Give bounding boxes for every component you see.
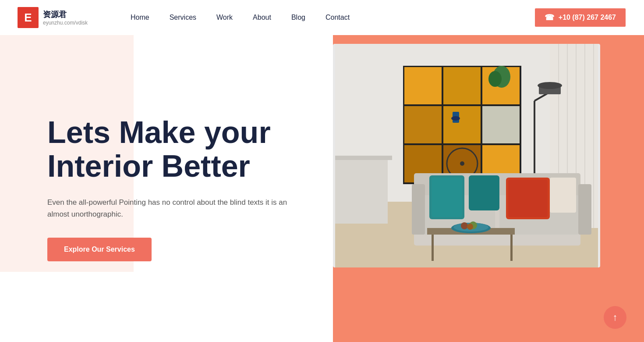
svg-point-23	[488, 71, 502, 87]
svg-rect-45	[432, 235, 434, 261]
svg-point-49	[461, 222, 468, 229]
scroll-up-icon: ↑	[613, 312, 618, 323]
svg-rect-42	[508, 180, 548, 217]
svg-rect-39	[432, 178, 462, 217]
phone-icon: ☎	[545, 13, 554, 22]
svg-rect-37	[578, 184, 591, 235]
logo-box: E	[18, 7, 39, 28]
nav-item-about[interactable]: About	[245, 10, 279, 25]
hero-image	[333, 44, 600, 267]
svg-rect-13	[404, 67, 442, 104]
svg-rect-43	[550, 178, 576, 213]
svg-rect-9	[335, 158, 388, 224]
hero-title: Lets Make your Interior Better	[47, 116, 298, 183]
svg-rect-36	[412, 184, 425, 235]
svg-rect-14	[443, 67, 481, 104]
svg-point-25	[460, 161, 464, 166]
svg-point-27	[451, 116, 460, 121]
nav-item-work[interactable]: Work	[209, 10, 241, 25]
hero-title-line1: Lets Make your	[47, 115, 271, 150]
explore-button[interactable]: Explore Our Services	[47, 238, 152, 261]
nav-item-home[interactable]: Home	[123, 10, 157, 25]
phone-number: +10 (87) 267 2467	[559, 14, 616, 21]
logo-area: E 资源君 eyunzhu.com/vdisk	[0, 7, 96, 28]
logo-subtitle: eyunzhu.com/vdisk	[43, 20, 88, 26]
scroll-to-top-button[interactable]: ↑	[604, 306, 626, 329]
svg-rect-40	[469, 175, 499, 210]
svg-rect-11	[335, 156, 392, 160]
svg-rect-16	[404, 106, 442, 143]
nav-item-blog[interactable]: Blog	[283, 10, 313, 25]
logo-title: 资源君	[43, 9, 88, 20]
hero-content: Lets Make your Interior Better Even the …	[0, 35, 333, 342]
svg-rect-18	[482, 106, 520, 143]
logo-text: 资源君 eyunzhu.com/vdisk	[43, 9, 88, 26]
svg-point-31	[538, 82, 562, 89]
hero-subtitle: Even the all-powerful Pointing has no co…	[47, 196, 297, 220]
hero-title-line2: Interior Better	[47, 149, 250, 183]
logo-letter: E	[24, 11, 32, 25]
nav-item-contact[interactable]: Contact	[318, 10, 357, 25]
svg-rect-46	[510, 235, 513, 261]
nav-item-services[interactable]: Services	[162, 10, 204, 25]
interior-illustration	[333, 44, 600, 267]
svg-rect-17	[443, 106, 481, 143]
svg-point-51	[467, 224, 473, 230]
phone-button[interactable]: ☎ +10 (87) 267 2467	[534, 7, 626, 28]
header: E 资源君 eyunzhu.com/vdisk Home Services Wo…	[0, 0, 644, 35]
